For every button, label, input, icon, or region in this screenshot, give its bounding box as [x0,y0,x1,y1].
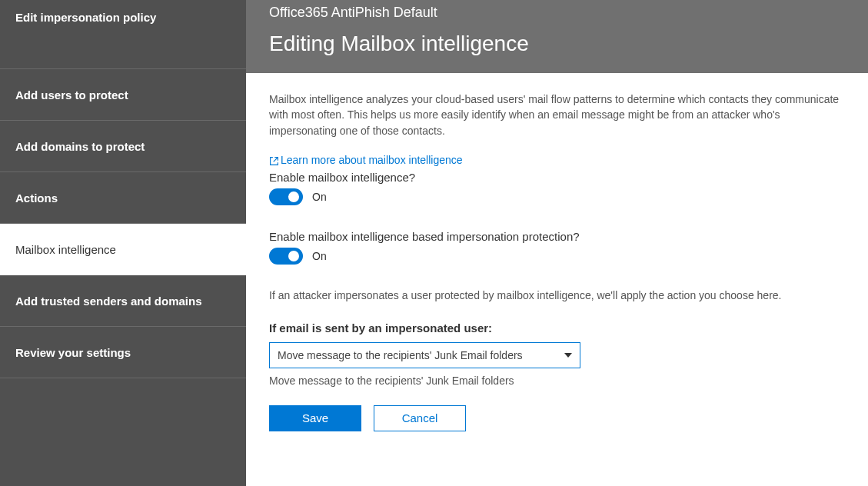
action-description: If an attacker impersonates a user prote… [269,289,845,301]
toggle1-state: On [312,191,327,203]
description: Mailbox intelligence analyzes your cloud… [269,92,845,138]
select-label: If email is sent by an impersonated user… [269,321,845,335]
header: Office365 AntiPhish Default Editing Mail… [246,0,868,73]
sidebar-item-add-trusted-senders-and-domains[interactable]: Add trusted senders and domains [0,275,246,327]
sidebar-item-label: Mailbox intelligence [15,243,116,256]
sidebar-item-label: Review your settings [15,346,131,359]
main: Office365 AntiPhish Default Editing Mail… [246,0,868,486]
sidebar-item-add-users-to-protect[interactable]: Add users to protect [0,69,246,121]
learn-more-row: Learn more about mailbox intelligence [269,154,845,166]
sidebar-item-label: Actions [15,191,58,205]
toggle-knob [288,251,299,261]
sidebar-item-label: Add users to protect [15,88,128,102]
select-echo: Move message to the recipients' Junk Ema… [269,374,845,387]
toggle-enable-impersonation-protection[interactable] [269,248,303,265]
learn-more-link[interactable]: Learn more about mailbox intelligence [269,154,463,166]
sidebar-item-label: Add domains to protect [15,140,145,153]
content: Mailbox intelligence analyzes your cloud… [246,73,868,486]
sidebar-item-label: Edit impersonation policy [15,11,156,24]
sidebar-item-add-domains-to-protect[interactable]: Add domains to protect [0,121,246,172]
impersonated-user-action-select[interactable]: Move message to the recipients' Junk Ema… [269,342,580,368]
toggle1-label: Enable mailbox intelligence? [269,171,845,184]
cancel-button[interactable]: Cancel [374,405,466,431]
toggle-enable-mailbox-intelligence[interactable] [269,188,303,205]
external-link-icon [269,154,279,166]
sidebar: Edit impersonation policy Add users to p… [0,0,246,486]
page-title: Editing Mailbox intelligence [269,32,845,56]
toggle2-row: On [269,248,845,265]
sidebar-item-mailbox-intelligence[interactable]: Mailbox intelligence [0,224,246,275]
toggle1-row: On [269,188,845,205]
button-row: Save Cancel [269,405,845,431]
sidebar-item-review-your-settings[interactable]: Review your settings [0,327,246,378]
toggle2-state: On [312,250,327,262]
save-button[interactable]: Save [269,405,361,431]
toggle2-label: Enable mailbox intelligence based impers… [269,230,845,243]
learn-more-label: Learn more about mailbox intelligence [281,154,463,166]
sidebar-item-actions[interactable]: Actions [0,172,246,224]
sidebar-item-label: Add trusted senders and domains [15,295,202,308]
header-context: Office365 AntiPhish Default [269,5,845,21]
sidebar-item-edit-impersonation-policy[interactable]: Edit impersonation policy [0,0,246,69]
toggle-knob [288,191,299,202]
